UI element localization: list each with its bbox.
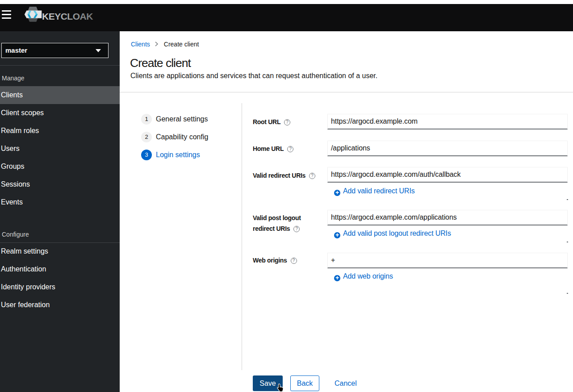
- svg-text:KEYCLOAK: KEYCLOAK: [42, 11, 93, 21]
